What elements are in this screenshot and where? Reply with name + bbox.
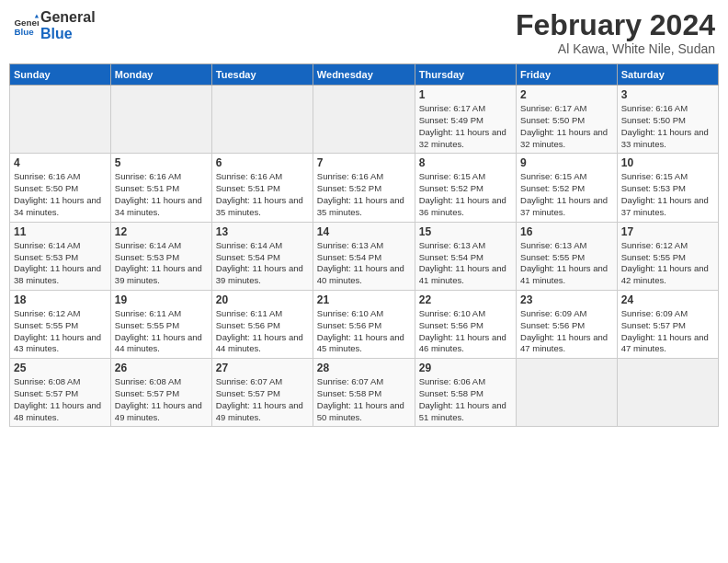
location-title: Al Kawa, White Nile, Sudan bbox=[516, 41, 715, 56]
weekday-header: Wednesday bbox=[313, 64, 415, 86]
day-info: Sunrise: 6:17 AMSunset: 5:49 PMDaylight:… bbox=[419, 103, 512, 150]
calendar-day-cell: 13Sunrise: 6:14 AMSunset: 5:54 PMDayligh… bbox=[211, 222, 313, 290]
calendar-day-cell: 5Sunrise: 6:16 AMSunset: 5:51 PMDaylight… bbox=[110, 154, 211, 222]
day-info: Sunrise: 6:13 AMSunset: 5:54 PMDaylight:… bbox=[317, 240, 411, 287]
day-number: 21 bbox=[317, 293, 411, 306]
day-number: 9 bbox=[520, 156, 613, 169]
day-number: 23 bbox=[520, 293, 613, 306]
day-number: 10 bbox=[621, 156, 714, 169]
day-number: 4 bbox=[14, 156, 107, 169]
calendar-day-cell: 8Sunrise: 6:15 AMSunset: 5:52 PMDaylight… bbox=[415, 154, 516, 222]
day-info: Sunrise: 6:16 AMSunset: 5:51 PMDaylight:… bbox=[216, 171, 309, 218]
day-number: 7 bbox=[317, 156, 411, 169]
calendar-day-cell: 16Sunrise: 6:13 AMSunset: 5:55 PMDayligh… bbox=[517, 222, 618, 290]
calendar-day-cell bbox=[517, 359, 618, 427]
calendar-week-row: 25Sunrise: 6:08 AMSunset: 5:57 PMDayligh… bbox=[10, 359, 719, 427]
calendar-week-row: 4Sunrise: 6:16 AMSunset: 5:50 PMDaylight… bbox=[10, 154, 719, 222]
day-number: 1 bbox=[419, 88, 512, 101]
day-number: 6 bbox=[216, 156, 309, 169]
day-number: 14 bbox=[317, 225, 411, 238]
calendar-day-cell: 29Sunrise: 6:06 AMSunset: 5:58 PMDayligh… bbox=[415, 359, 516, 427]
day-number: 5 bbox=[115, 156, 208, 169]
day-info: Sunrise: 6:13 AMSunset: 5:55 PMDaylight:… bbox=[520, 240, 613, 287]
day-info: Sunrise: 6:16 AMSunset: 5:52 PMDaylight:… bbox=[317, 171, 411, 218]
day-info: Sunrise: 6:15 AMSunset: 5:53 PMDaylight:… bbox=[621, 171, 714, 218]
day-number: 2 bbox=[520, 88, 613, 101]
day-info: Sunrise: 6:08 AMSunset: 5:57 PMDaylight:… bbox=[115, 376, 208, 423]
weekday-header: Friday bbox=[517, 64, 618, 86]
calendar-day-cell: 14Sunrise: 6:13 AMSunset: 5:54 PMDayligh… bbox=[313, 222, 415, 290]
day-info: Sunrise: 6:08 AMSunset: 5:57 PMDaylight:… bbox=[14, 376, 107, 423]
calendar-day-cell: 2Sunrise: 6:17 AMSunset: 5:50 PMDaylight… bbox=[517, 86, 618, 154]
calendar-day-cell: 25Sunrise: 6:08 AMSunset: 5:57 PMDayligh… bbox=[10, 359, 111, 427]
weekday-header: Monday bbox=[110, 64, 211, 86]
day-info: Sunrise: 6:12 AMSunset: 5:55 PMDaylight:… bbox=[621, 240, 714, 287]
day-info: Sunrise: 6:14 AMSunset: 5:53 PMDaylight:… bbox=[14, 240, 107, 287]
calendar-day-cell: 4Sunrise: 6:16 AMSunset: 5:50 PMDaylight… bbox=[10, 154, 111, 222]
month-title: February 2024 bbox=[516, 9, 715, 41]
logo-line1: General bbox=[40, 9, 96, 26]
calendar-day-cell: 28Sunrise: 6:07 AMSunset: 5:58 PMDayligh… bbox=[313, 359, 415, 427]
weekday-header: Thursday bbox=[415, 64, 516, 86]
calendar-day-cell: 1Sunrise: 6:17 AMSunset: 5:49 PMDaylight… bbox=[415, 86, 516, 154]
day-number: 29 bbox=[419, 362, 512, 374]
day-number: 13 bbox=[216, 225, 309, 238]
day-number: 25 bbox=[14, 362, 107, 374]
calendar-day-cell: 23Sunrise: 6:09 AMSunset: 5:56 PMDayligh… bbox=[517, 290, 618, 358]
calendar-day-cell: 10Sunrise: 6:15 AMSunset: 5:53 PMDayligh… bbox=[617, 154, 718, 222]
day-number: 20 bbox=[216, 293, 309, 306]
day-number: 24 bbox=[621, 293, 714, 306]
calendar-day-cell: 6Sunrise: 6:16 AMSunset: 5:51 PMDaylight… bbox=[211, 154, 313, 222]
day-info: Sunrise: 6:10 AMSunset: 5:56 PMDaylight:… bbox=[419, 308, 512, 355]
day-info: Sunrise: 6:16 AMSunset: 5:50 PMDaylight:… bbox=[14, 171, 107, 218]
day-info: Sunrise: 6:09 AMSunset: 5:57 PMDaylight:… bbox=[621, 308, 714, 355]
weekday-header: Saturday bbox=[617, 64, 718, 86]
calendar-day-cell: 15Sunrise: 6:13 AMSunset: 5:54 PMDayligh… bbox=[415, 222, 516, 290]
day-number: 17 bbox=[621, 225, 714, 238]
day-number: 22 bbox=[419, 293, 512, 306]
logo-line2: Blue bbox=[40, 26, 96, 42]
day-number: 28 bbox=[317, 362, 411, 374]
day-info: Sunrise: 6:15 AMSunset: 5:52 PMDaylight:… bbox=[419, 171, 512, 218]
calendar-day-cell bbox=[617, 359, 718, 427]
day-number: 26 bbox=[115, 362, 208, 374]
day-info: Sunrise: 6:14 AMSunset: 5:53 PMDaylight:… bbox=[115, 240, 208, 287]
day-number: 19 bbox=[115, 293, 208, 306]
calendar-day-cell: 17Sunrise: 6:12 AMSunset: 5:55 PMDayligh… bbox=[617, 222, 718, 290]
calendar-day-cell: 22Sunrise: 6:10 AMSunset: 5:56 PMDayligh… bbox=[415, 290, 516, 358]
day-number: 8 bbox=[419, 156, 512, 169]
day-info: Sunrise: 6:16 AMSunset: 5:51 PMDaylight:… bbox=[115, 171, 208, 218]
day-info: Sunrise: 6:14 AMSunset: 5:54 PMDaylight:… bbox=[216, 240, 309, 287]
day-info: Sunrise: 6:12 AMSunset: 5:55 PMDaylight:… bbox=[14, 308, 107, 355]
day-number: 12 bbox=[115, 225, 208, 238]
calendar-day-cell: 21Sunrise: 6:10 AMSunset: 5:56 PMDayligh… bbox=[313, 290, 415, 358]
calendar-day-cell: 20Sunrise: 6:11 AMSunset: 5:56 PMDayligh… bbox=[211, 290, 313, 358]
day-info: Sunrise: 6:11 AMSunset: 5:56 PMDaylight:… bbox=[216, 308, 309, 355]
calendar-day-cell: 18Sunrise: 6:12 AMSunset: 5:55 PMDayligh… bbox=[10, 290, 111, 358]
day-info: Sunrise: 6:17 AMSunset: 5:50 PMDaylight:… bbox=[520, 103, 613, 150]
day-number: 3 bbox=[621, 88, 714, 101]
day-info: Sunrise: 6:07 AMSunset: 5:57 PMDaylight:… bbox=[216, 376, 309, 423]
calendar-day-cell: 9Sunrise: 6:15 AMSunset: 5:52 PMDaylight… bbox=[517, 154, 618, 222]
calendar-day-cell bbox=[313, 86, 415, 154]
calendar-day-cell bbox=[211, 86, 313, 154]
calendar-header: SundayMondayTuesdayWednesdayThursdayFrid… bbox=[10, 64, 719, 86]
svg-marker-2 bbox=[35, 14, 39, 17]
calendar-day-cell bbox=[110, 86, 211, 154]
calendar-day-cell: 19Sunrise: 6:11 AMSunset: 5:55 PMDayligh… bbox=[110, 290, 211, 358]
day-number: 27 bbox=[216, 362, 309, 374]
calendar-day-cell: 3Sunrise: 6:16 AMSunset: 5:50 PMDaylight… bbox=[617, 86, 718, 154]
day-info: Sunrise: 6:10 AMSunset: 5:56 PMDaylight:… bbox=[317, 308, 411, 355]
weekday-row: SundayMondayTuesdayWednesdayThursdayFrid… bbox=[10, 64, 719, 86]
logo-icon: General Blue bbox=[13, 13, 39, 39]
weekday-header: Tuesday bbox=[211, 64, 313, 86]
day-info: Sunrise: 6:15 AMSunset: 5:52 PMDaylight:… bbox=[520, 171, 613, 218]
calendar-day-cell: 27Sunrise: 6:07 AMSunset: 5:57 PMDayligh… bbox=[211, 359, 313, 427]
svg-text:Blue: Blue bbox=[14, 26, 34, 36]
page-header: General Blue General Blue February 2024 … bbox=[9, 9, 719, 56]
day-info: Sunrise: 6:13 AMSunset: 5:54 PMDaylight:… bbox=[419, 240, 512, 287]
calendar-week-row: 11Sunrise: 6:14 AMSunset: 5:53 PMDayligh… bbox=[10, 222, 719, 290]
calendar-table: SundayMondayTuesdayWednesdayThursdayFrid… bbox=[9, 63, 719, 427]
calendar-week-row: 1Sunrise: 6:17 AMSunset: 5:49 PMDaylight… bbox=[10, 86, 719, 154]
day-info: Sunrise: 6:11 AMSunset: 5:55 PMDaylight:… bbox=[115, 308, 208, 355]
